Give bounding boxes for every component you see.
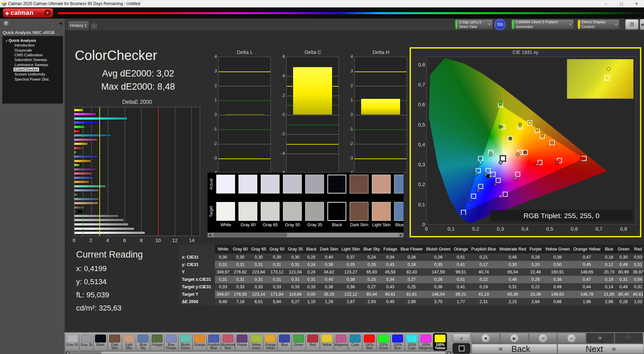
scrollbar-thumb[interactable] <box>101 352 445 354</box>
pattern-button-blue-flower[interactable]: Blue Flower <box>164 333 178 351</box>
deltae-bar-100-magenta <box>74 113 96 116</box>
pattern-window-button[interactable] <box>453 343 470 354</box>
pattern-button-100-blue[interactable]: 100% Blue <box>391 333 405 351</box>
deltae-bar-dark-skin <box>74 206 85 209</box>
pattern-button-100-red[interactable]: 100% Red <box>362 333 376 351</box>
scroll-right-icon[interactable]: ▶ <box>447 352 451 354</box>
minimize-button[interactable]: – <box>599 0 614 7</box>
logo-dropdown-icon[interactable]: ▼ <box>44 9 51 16</box>
pattern-button-light-skin[interactable]: Light Skin <box>122 333 136 351</box>
meter-name: X-Rite i1Pro 3 <box>459 20 481 24</box>
sidebar-item-screen-uniformity[interactable]: Screen Uniformity <box>5 72 63 77</box>
pattern-button-cyan[interactable]: Cyan <box>348 333 362 351</box>
pattern-button-black[interactable]: Black <box>94 333 107 351</box>
scroll-left-icon[interactable]: ◀ <box>207 233 212 237</box>
table-cell: 0,51 <box>452 254 470 261</box>
pattern-button-green[interactable]: Green <box>292 333 305 351</box>
column-header-gray-50: Gray 50 <box>268 245 286 254</box>
table-cell: 7,18 <box>231 298 249 305</box>
sidebar-collapse-icon[interactable]: ◀ <box>59 21 62 26</box>
tree-expander-icon[interactable]: ◢ <box>5 39 7 42</box>
single-measure-button[interactable]: ⊡ <box>529 333 557 344</box>
pattern-button-foliage[interactable]: Foliage <box>150 333 164 351</box>
tree-root-quick-analysis[interactable]: ◢ Quick Analysis <box>5 38 63 43</box>
scrollbar-thumb[interactable] <box>213 233 287 237</box>
column-header-orange: Orange <box>452 245 470 254</box>
red-target-line <box>158 107 159 236</box>
pattern-button-gray-50[interactable]: Gray 50 <box>65 333 79 351</box>
row-header: ΔE 2000 <box>179 298 215 305</box>
table-cell: 0,33 <box>286 283 304 291</box>
pattern-button-yellow-green[interactable]: Yellow Green <box>249 333 263 351</box>
column-header-black: Black <box>304 245 318 254</box>
gridline <box>219 86 270 86</box>
tick-label: 0,3 <box>418 161 425 167</box>
add-tab-button[interactable]: + <box>90 23 98 30</box>
pattern-button-orange-yellow[interactable]: Orange Yellow <box>263 333 277 351</box>
tick-label: 0,4 <box>418 142 425 147</box>
pattern-button-red[interactable]: Red <box>306 333 320 351</box>
pattern-button-moderate-red[interactable]: Moderate Red <box>221 333 235 351</box>
close-button[interactable]: ✕ <box>629 0 644 7</box>
sidebar-item-saturation-sweeps[interactable]: Saturation Sweeps <box>5 57 63 62</box>
table-cell: 0,38 <box>543 254 572 261</box>
pattern-button-magenta[interactable]: Magenta <box>334 333 348 351</box>
maximize-button[interactable]: ▢ <box>614 0 629 7</box>
pattern-button-100-magenta[interactable]: 100% Magenta <box>419 333 433 351</box>
settings-gear-button[interactable]: ⚙ <box>625 19 639 30</box>
row-header: x: CIE31 <box>179 254 215 261</box>
display-control-dropdown[interactable]: Direct Display Control ▼ <box>577 19 620 30</box>
continuous-measure-button[interactable]: ∞ <box>557 333 586 344</box>
play-button[interactable]: ▶ <box>500 333 528 344</box>
swatch-column-gray-80: Gray 80 <box>238 173 258 230</box>
table-cell: 0,26 <box>424 276 452 283</box>
table-cell: 1,77 <box>452 298 470 305</box>
deltae-bar-purple <box>74 168 98 171</box>
swatch-column-gray-50: Gray 50 <box>283 173 302 230</box>
next-button[interactable]: Next » <box>557 344 644 354</box>
pattern-bar-scrollbar[interactable]: ◀ ▶ <box>65 351 451 354</box>
pattern-button-blue[interactable]: Blue <box>278 333 291 351</box>
pattern-button-100-green[interactable]: 100% Green <box>377 333 390 351</box>
expand-pattern-bar-button[interactable]: ▲ <box>453 333 470 342</box>
pattern-button-blue-sky[interactable]: Blue Sky <box>136 333 150 351</box>
pattern-button-dark-skin[interactable]: Dark Skin <box>108 333 122 351</box>
calman-logo-menu[interactable]: ◈ calman ▼ <box>3 8 53 18</box>
pattern-button-purplish-blue[interactable]: Purplish Blue <box>207 333 221 351</box>
sidebar-item-colorchecker[interactable]: ColorChecker <box>5 67 63 72</box>
pattern-generator-dropdown[interactable]: CalMAN Client 3 Pattern Generator ▼ <box>511 19 574 30</box>
pattern-button-yellow[interactable]: Yellow <box>320 333 334 351</box>
sidebar-item-introduction[interactable]: Introduction <box>5 43 63 48</box>
panel-collapse-button[interactable]: ◀ <box>640 19 644 30</box>
sidebar-item-spectral-power-dist[interactable]: Spectral Power Dist. <box>5 77 63 82</box>
sidebar-item-grayscale[interactable]: Grayscale <box>5 48 63 52</box>
sidebar-item-luminance-sweeps[interactable]: Luminance Sweeps <box>5 62 63 67</box>
table-cell: 0,33 <box>268 283 286 291</box>
tick-label: -1 <box>213 126 217 131</box>
scroll-right-icon[interactable]: ▶ <box>399 233 404 237</box>
back-button[interactable]: « Back <box>472 344 557 354</box>
swatch-scrollbar[interactable]: ◀ ▶ <box>207 233 404 237</box>
tab-history-1[interactable]: History 1 <box>68 21 89 30</box>
table-cell: 80,99 <box>616 268 631 276</box>
stop-button[interactable]: ■ <box>472 333 500 344</box>
pattern-label: Blue Flower <box>165 343 178 350</box>
pattern-button-100-cyan[interactable]: 100% Cyan <box>405 333 419 351</box>
target-point-100-cyan <box>478 156 483 161</box>
meter-count-badge[interactable]: 703 <box>494 19 506 30</box>
extra-control-button[interactable] <box>615 333 643 344</box>
pattern-button-purple[interactable]: Purple <box>235 333 249 351</box>
refresh-button[interactable]: ⟳ <box>586 333 614 344</box>
pattern-button-100-yellow[interactable]: 100% Yellow <box>433 333 447 351</box>
meter-dropdown[interactable]: X-Rite i1Pro 3 Direct View ▼ <box>455 19 493 30</box>
table-cell: 0,31 <box>268 261 286 268</box>
scroll-left-icon[interactable]: ◀ <box>66 352 69 354</box>
pattern-button-orange[interactable]: Orange <box>193 333 206 351</box>
pattern-button-gray-35[interactable]: Gray 35 <box>79 333 93 351</box>
pattern-label: 100% Blue <box>391 343 404 350</box>
axis-tick-label: 0 <box>73 237 75 243</box>
target-point-blue-sky <box>486 168 491 173</box>
pattern-button-bluish-green[interactable]: Bluish Green <box>179 333 192 351</box>
sidebar-item-cms-calibration[interactable]: CMS Calibration <box>5 53 63 57</box>
delta-mini-charts: Delta L43210-1-2-3-4Delta C6420-2-4-6Del… <box>207 49 408 173</box>
